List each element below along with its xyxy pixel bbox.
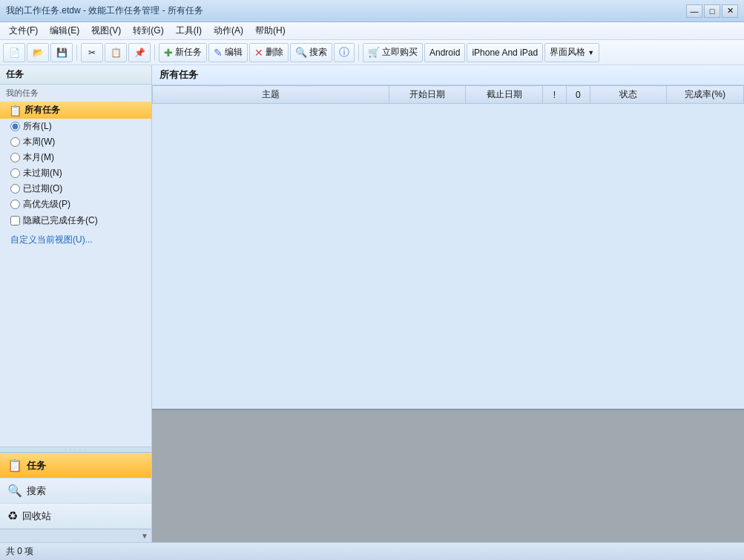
col-due-date[interactable]: 截止日期 [466, 86, 543, 104]
toolbar-paste-button[interactable]: 📌 [128, 43, 151, 62]
sidebar-bottom-nav: 📋 任务 🔍 搜索 ♻ 回收站 ▼ [0, 452, 151, 542]
menu-bar: 文件(F) 编辑(E) 视图(V) 转到(G) 工具(I) 动作(A) 帮助(H… [0, 22, 744, 40]
edit-task-button[interactable]: ✎ 编辑 [208, 43, 248, 62]
search-icon: 🔍 [295, 47, 307, 58]
hide-completed-checkbox[interactable]: 隐藏已完成任务(C) [0, 212, 151, 229]
theme-dropdown-icon: ▼ [587, 49, 594, 56]
iphone-ipad-button[interactable]: iPhone And iPad [467, 43, 543, 62]
filter-month[interactable]: 本月(M) [0, 150, 151, 165]
menu-file[interactable]: 文件(F) [3, 23, 44, 39]
close-button[interactable]: ✕ [722, 4, 738, 18]
col-status[interactable]: 状态 [590, 86, 667, 104]
edit-icon: ✎ [214, 47, 223, 59]
toolbar-save-button[interactable]: 💾 [50, 43, 73, 62]
tasks-nav-icon: 📋 [7, 458, 22, 472]
col-subject[interactable]: 主题 [153, 86, 389, 104]
search-button[interactable]: 🔍 搜索 [290, 43, 332, 62]
minimize-button[interactable]: — [686, 4, 702, 18]
status-text: 共 0 项 [6, 545, 33, 558]
search-nav-icon: 🔍 [7, 484, 22, 498]
col-completion[interactable]: 完成率(%) [667, 86, 744, 104]
filter-high-priority[interactable]: 高优先级(P) [0, 197, 151, 212]
paste-icon: 📌 [134, 47, 145, 59]
col-zero[interactable]: 0 [566, 86, 590, 104]
my-tasks-label: 我的任务 [0, 85, 151, 102]
main-container: 任务 我的任务 📋 所有任务 所有(L) 本周(W) 本月(M) 未过期(N) … [0, 65, 744, 542]
col-priority[interactable]: ! [543, 86, 567, 104]
cut-icon: ✂ [86, 47, 98, 59]
buy-button[interactable]: 🛒 立即购买 [363, 43, 423, 62]
help-circle-button[interactable]: ⓘ [334, 43, 355, 62]
toolbar-sep2 [154, 45, 155, 61]
nav-recycle[interactable]: ♻ 回收站 [0, 504, 151, 529]
toolbar-copy-button[interactable]: 📋 [105, 43, 127, 62]
title-text: 我的工作任务.etdw - 效能工作任务管理 - 所有任务 [6, 4, 203, 17]
status-bar: 共 0 项 [0, 542, 744, 560]
toolbar-cut-button[interactable]: ✂ [81, 43, 103, 62]
filter-all[interactable]: 所有(L) [0, 119, 151, 134]
new-doc-icon: 📄 [8, 47, 20, 59]
save-icon: 💾 [56, 47, 68, 59]
menu-action[interactable]: 动作(A) [208, 23, 249, 39]
bottom-detail-panel [152, 409, 744, 542]
menu-help[interactable]: 帮助(H) [249, 23, 292, 39]
copy-icon: 📋 [110, 47, 122, 59]
content-area: 所有任务 主题 开始日期 截止日期 ! 0 状态 完成率(%) [152, 65, 744, 542]
custom-view-link[interactable]: 自定义当前视图(U)... [0, 229, 151, 251]
new-task-icon: ✚ [164, 47, 173, 59]
help-circle-icon: ⓘ [339, 46, 349, 59]
delete-task-button[interactable]: ✕ 删除 [249, 43, 289, 62]
menu-edit[interactable]: 编辑(E) [44, 23, 85, 39]
toolbar-open-button[interactable]: 📂 [27, 43, 49, 62]
task-table: 主题 开始日期 截止日期 ! 0 状态 完成率(%) [152, 85, 744, 104]
menu-goto[interactable]: 转到(G) [127, 23, 169, 39]
all-tasks-icon: 📋 [9, 105, 22, 116]
toolbar: 📄 📂 💾 ✂ 📋 📌 ✚ 新任务 ✎ 编辑 ✕ 删除 🔍 搜索 ⓘ 🛒 立即购… [0, 40, 744, 65]
content-header: 所有任务 [152, 65, 744, 85]
col-start-date[interactable]: 开始日期 [389, 86, 466, 104]
sidebar-collapse-button[interactable]: ▼ [0, 529, 151, 542]
buy-icon: 🛒 [368, 47, 380, 58]
sidebar-spacer [0, 251, 151, 447]
task-list-area[interactable]: 主题 开始日期 截止日期 ! 0 状态 完成率(%) [152, 85, 744, 409]
sidebar: 任务 我的任务 📋 所有任务 所有(L) 本周(W) 本月(M) 未过期(N) … [0, 65, 152, 542]
filter-week[interactable]: 本周(W) [0, 134, 151, 150]
toolbar-sep1 [76, 45, 77, 61]
sidebar-resize-handle[interactable]: · · · · · [0, 447, 151, 452]
collapse-icon: ▼ [141, 532, 148, 540]
toolbar-sep3 [358, 45, 359, 61]
menu-view[interactable]: 视图(V) [85, 23, 127, 39]
open-icon: 📂 [32, 47, 44, 59]
new-task-button[interactable]: ✚ 新任务 [159, 43, 207, 62]
title-bar: 我的工作任务.etdw - 效能工作任务管理 - 所有任务 — □ ✕ [0, 0, 744, 22]
recycle-nav-icon: ♻ [7, 509, 18, 523]
filter-not-expired[interactable]: 未过期(N) [0, 165, 151, 181]
android-button[interactable]: Android [424, 43, 465, 62]
theme-button[interactable]: 界面风格 ▼ [544, 43, 599, 62]
sidebar-all-tasks[interactable]: 📋 所有任务 [0, 102, 151, 119]
maximize-button[interactable]: □ [704, 4, 720, 18]
menu-tools[interactable]: 工具(I) [170, 23, 208, 39]
toolbar-new-doc-button[interactable]: 📄 [3, 43, 25, 62]
delete-icon: ✕ [254, 47, 263, 59]
sidebar-title: 任务 [0, 65, 151, 85]
filter-expired[interactable]: 已过期(O) [0, 181, 151, 197]
window-controls: — □ ✕ [686, 4, 738, 18]
nav-search[interactable]: 🔍 搜索 [0, 478, 151, 504]
nav-tasks[interactable]: 📋 任务 [0, 453, 151, 478]
